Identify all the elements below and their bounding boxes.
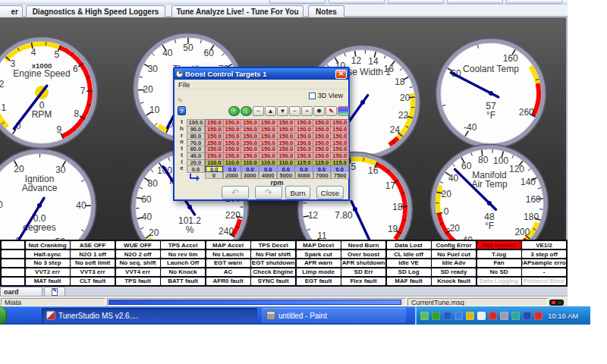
table-cell[interactable]: 150.0 (331, 127, 349, 133)
table-cell[interactable]: 150.0 (295, 127, 313, 133)
table-cell[interactable]: 150.0 (206, 133, 224, 140)
table-cell[interactable]: 150.0 (331, 120, 349, 127)
toolbar-button-partial[interactable] (447, 0, 503, 4)
table-cell[interactable]: 150.0 (241, 127, 259, 133)
task-tunerstudio[interactable]: TunerStudio MS v2.6.... (42, 308, 257, 323)
table-cell[interactable]: 150.0 (206, 140, 224, 146)
edit-pencil-icon[interactable]: ✎ (178, 97, 184, 105)
table-cell[interactable]: 150.0 (241, 133, 259, 140)
dialog-titlebar[interactable]: Boost Control Targets 1 ✕ (175, 68, 348, 80)
table-cell[interactable]: 150.0 (241, 153, 259, 160)
table-cell[interactable]: 150.0 (295, 153, 313, 160)
table-cell[interactable]: 150.0 (278, 140, 296, 146)
table-cell[interactable]: 110.0 (259, 160, 278, 167)
table-cell[interactable]: 110.0 (278, 160, 296, 167)
close-icon[interactable]: ✕ (335, 70, 347, 79)
decrease-icon[interactable]: ▼ (277, 106, 288, 116)
color-scale-icon[interactable] (338, 106, 349, 116)
network-activity-icon[interactable] (420, 312, 429, 320)
checkbox-3d-view[interactable] (309, 93, 316, 99)
x-axis-value[interactable]: 5000 (277, 172, 295, 179)
table-cell[interactable]: 115.0 (331, 160, 349, 167)
table-cell[interactable]: 150.0 (278, 146, 296, 153)
remote-desktop-icon[interactable] (500, 312, 508, 320)
table-cell[interactable]: 150.0 (331, 153, 349, 160)
table-cell[interactable]: 150.0 (295, 133, 313, 140)
table-cell[interactable]: 150.0 (224, 146, 242, 153)
table-cell[interactable]: 150.0 (241, 146, 259, 153)
signal-strength-icon[interactable] (432, 312, 440, 320)
toolbar-button-partial[interactable] (506, 0, 562, 4)
x-axis-value[interactable]: 6000 (295, 172, 313, 179)
table-cell[interactable]: 150.0 (224, 140, 242, 146)
increase-icon[interactable]: ▲ (265, 106, 276, 116)
table-cell[interactable]: 150.0 (313, 140, 332, 146)
tab-new-dashboard[interactable] (44, 287, 65, 296)
scale-down-icon[interactable]: ↓ (241, 106, 252, 116)
table-cell[interactable]: 150.0 (206, 153, 224, 160)
table-cell[interactable]: 150.0 (259, 146, 278, 153)
y-axis-value[interactable]: 0.0 (187, 166, 205, 173)
x-axis-value[interactable]: 3000 (241, 172, 259, 179)
start-button[interactable] (0, 306, 7, 325)
table-cell[interactable]: 150.0 (313, 127, 332, 133)
table-cell[interactable]: 150.0 (313, 133, 332, 140)
table-cell[interactable]: 150.0 (259, 153, 278, 160)
table-cell[interactable]: 150.0 (295, 146, 313, 153)
view-3d-toggle[interactable]: 3D View (309, 92, 343, 99)
plus-icon[interactable]: + (301, 106, 313, 116)
table-cell[interactable]: 110.0 (224, 160, 242, 167)
table-cell[interactable]: 150.0 (259, 133, 278, 140)
table-cell[interactable]: 150.0 (259, 127, 278, 133)
messenger-icon[interactable] (443, 312, 451, 320)
set-equal-icon[interactable]: − (253, 106, 264, 116)
display-error-icon[interactable] (489, 312, 497, 320)
table-cell[interactable]: 150.0 (313, 120, 332, 127)
multiply-icon[interactable]: ✱ (313, 106, 325, 116)
toolbar-button-partial[interactable] (388, 0, 444, 4)
table-cell[interactable]: 150.0 (224, 127, 242, 133)
table-cell[interactable]: 150.0 (206, 127, 224, 133)
table-cell[interactable]: 115.0 (295, 160, 313, 167)
table-cell[interactable]: 150.0 (206, 120, 224, 127)
table-cell[interactable]: 150.0 (313, 146, 332, 153)
table-cell[interactable]: 150.0 (206, 146, 224, 153)
menu-file[interactable]: File (175, 80, 348, 89)
table-cell[interactable]: 150.0 (278, 127, 296, 133)
table-cell[interactable]: 150.0 (331, 146, 349, 153)
table-cell[interactable]: 150.0 (278, 153, 296, 160)
table-cell[interactable]: 150.0 (224, 120, 242, 127)
sync-icon[interactable] (511, 312, 520, 320)
table-cell[interactable]: 110.0 (241, 160, 259, 167)
burn-button[interactable]: Burn (285, 186, 310, 199)
table-cell[interactable]: 150.0 (224, 153, 242, 160)
table-cell[interactable]: 115.0 (313, 160, 332, 167)
tab-dashboard[interactable]: oard (0, 287, 42, 296)
x-axis-value[interactable]: 2000 (223, 172, 241, 179)
minus-icon[interactable]: − (289, 106, 300, 116)
table-cell[interactable]: 150.0 (313, 153, 332, 160)
info-icon[interactable] (454, 312, 463, 320)
tab-tune-analyze-live-tune-for-you[interactable]: Tune Analyze Live! - Tune For You (171, 5, 304, 17)
shield-check-icon[interactable] (477, 312, 486, 320)
table-cell[interactable]: 110.0 (206, 160, 224, 167)
table-cell[interactable]: 150.0 (259, 140, 278, 146)
tab-notes[interactable]: Notes (308, 5, 344, 17)
table-cell[interactable]: 150.0 (224, 133, 242, 140)
table-cell[interactable]: 150.0 (241, 140, 259, 146)
scale-up-icon[interactable]: ↑ (228, 106, 240, 116)
redo-button[interactable]: ↷ (255, 186, 282, 199)
table-cell[interactable]: 150.0 (278, 133, 296, 140)
table-cell[interactable]: 150.0 (259, 120, 278, 127)
tab-partial[interactable]: er (0, 5, 23, 17)
x-axis-value[interactable]: 7500 (331, 172, 349, 179)
table-cell[interactable]: 150.0 (331, 140, 349, 146)
x-axis-value[interactable]: 7000 (313, 172, 332, 179)
table-cell[interactable]: 150.0 (241, 120, 259, 127)
key-icon[interactable] (466, 312, 474, 320)
close-button[interactable]: Close (316, 186, 344, 199)
battery-icon[interactable] (523, 312, 531, 320)
task-paint[interactable]: untitled - Paint (262, 308, 406, 323)
x-axis-value[interactable]: 4000 (259, 172, 277, 179)
toolbar-button-partial[interactable] (269, 0, 326, 4)
